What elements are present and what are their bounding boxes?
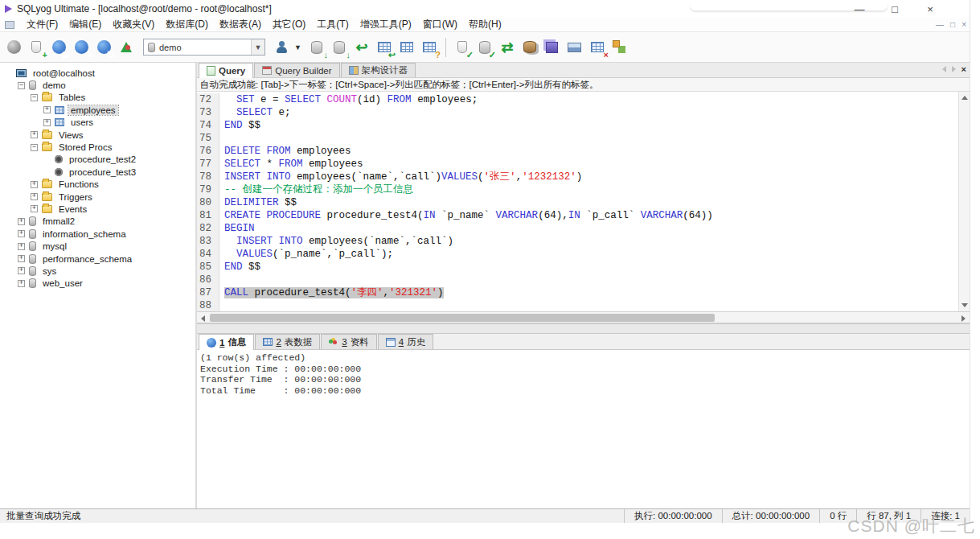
code-line[interactable]: 86: [197, 274, 958, 286]
open-table-data-icon[interactable]: [396, 37, 417, 58]
code-line[interactable]: 81CREATE PROCEDURE procedure_test4(IN `p…: [197, 209, 958, 222]
tree-expander-icon[interactable]: +: [31, 193, 38, 200]
close-button[interactable]: ×: [923, 3, 937, 15]
tree-expander-icon[interactable]: +: [18, 230, 25, 237]
menu-帮助-h[interactable]: 帮助(H): [463, 18, 507, 31]
code-line[interactable]: 82BEGIN: [197, 222, 958, 235]
menu-工具-t[interactable]: 工具(T): [311, 18, 354, 31]
tree-item-tables[interactable]: −Tables: [0, 92, 195, 104]
user-dropdown-icon[interactable]: ▼: [294, 43, 301, 51]
tree-expander-icon[interactable]: +: [31, 205, 38, 212]
tree-item-web-user[interactable]: +web_user: [0, 278, 195, 290]
maximize-button[interactable]: □: [888, 3, 902, 15]
result-tab-历史[interactable]: 4 历史: [378, 334, 433, 349]
execute-query-icon[interactable]: ▶: [48, 37, 69, 58]
tree-expander-icon[interactable]: +: [18, 243, 25, 250]
new-connection-icon[interactable]: +: [26, 37, 47, 58]
code-line[interactable]: 83 INSERT INTO employees(`name`,`call`): [197, 235, 958, 248]
tree-item-events[interactable]: +Events: [0, 203, 195, 215]
tree-item-root-localhost[interactable]: root@localhost: [0, 67, 195, 79]
minimize-button[interactable]: —: [852, 3, 867, 15]
result-tab-信息[interactable]: 1 信息: [199, 334, 254, 350]
menu-增强工具-p[interactable]: 增强工具(P): [355, 18, 417, 31]
tree-expander-icon[interactable]: −: [31, 144, 38, 151]
tree-item-functions[interactable]: +Functions: [0, 179, 195, 191]
user-manager-icon[interactable]: [272, 37, 293, 58]
scroll-right-icon[interactable]: [962, 315, 966, 322]
table-advisor-icon[interactable]: ?: [419, 37, 440, 58]
tree-item-triggers[interactable]: +Triggers: [0, 191, 195, 203]
schema-sync-icon[interactable]: [542, 37, 563, 58]
tab-scroll-left-icon[interactable]: [942, 66, 946, 72]
code-line[interactable]: 75: [197, 132, 958, 145]
tree-item-performance-schema[interactable]: +performance_schema: [0, 253, 195, 265]
menu-编辑-e[interactable]: 编辑(E): [64, 18, 107, 31]
tree-item-procedure-test2[interactable]: procedure_test2: [0, 154, 195, 166]
code-line[interactable]: 76DELETE FROM employees: [197, 145, 958, 158]
refresh-icon[interactable]: ↻: [93, 37, 114, 58]
tree-item-employees[interactable]: +employees: [0, 104, 195, 116]
backup-database-icon[interactable]: ↓: [329, 37, 350, 58]
tab-scroll-right-icon[interactable]: [952, 66, 956, 72]
format-query-icon[interactable]: ✓: [452, 37, 473, 58]
code-line[interactable]: 79-- 创建一个存储过程：添加一个员工信息: [197, 183, 958, 196]
code-line[interactable]: 77SELECT * FROM employees: [197, 158, 958, 171]
tree-item-users[interactable]: +users: [0, 117, 195, 129]
editor-horizontal-scrollbar[interactable]: [197, 312, 970, 323]
connection-manager-icon[interactable]: [3, 37, 24, 58]
combo-dropdown-icon[interactable]: ▼: [251, 39, 264, 55]
tree-expander-icon[interactable]: +: [31, 181, 38, 188]
menu-其它-o[interactable]: 其它(O): [267, 18, 311, 31]
tree-expander-icon[interactable]: +: [43, 119, 51, 126]
tree-item-demo[interactable]: −demo: [0, 79, 195, 91]
tree-expander-icon[interactable]: −: [18, 82, 25, 89]
tree-expander-icon[interactable]: +: [18, 280, 25, 287]
menu-窗口-w[interactable]: 窗口(W): [417, 18, 463, 31]
code-line[interactable]: 78INSERT INTO employees(`name`,`call`)VA…: [197, 171, 958, 183]
data-sync-icon[interactable]: ⇄: [497, 37, 518, 58]
tree-expander-icon[interactable]: +: [18, 218, 25, 225]
tree-expander-icon[interactable]: +: [18, 267, 25, 274]
scroll-down-icon[interactable]: [962, 303, 968, 307]
code-line[interactable]: 73 SELECT e;: [197, 106, 958, 119]
code-line[interactable]: 74END $$: [197, 119, 958, 132]
tab-query-builder[interactable]: Query Builder: [254, 63, 339, 77]
refresh-database-icon[interactable]: ↓: [306, 37, 327, 58]
tab-close-icon[interactable]: ×: [962, 65, 966, 73]
editor-vertical-scrollbar[interactable]: [958, 92, 970, 311]
menu-数据库-d[interactable]: 数据库(D): [160, 18, 214, 31]
visual-data-compare-icon[interactable]: [564, 37, 585, 58]
tree-expander-icon[interactable]: +: [18, 255, 25, 262]
code-line[interactable]: 85END $$: [197, 261, 958, 274]
menu-收藏夹-v[interactable]: 收藏夹(V): [107, 18, 160, 31]
database-check-icon[interactable]: ✓: [474, 37, 495, 58]
tree-item-sys[interactable]: +sys: [0, 265, 195, 277]
result-tab-表数据[interactable]: 2 表数据: [255, 334, 320, 349]
scrollbar-thumb[interactable]: [210, 314, 715, 322]
code-line[interactable]: 72 SET e = SELECT COUNT(id) FROM employe…: [197, 93, 958, 106]
code-line[interactable]: 84 VALUES(`p_name`,`p_call`);: [197, 248, 958, 261]
data-compare-icon[interactable]: [519, 37, 540, 58]
menu-文件-f[interactable]: 文件(F): [21, 18, 64, 31]
tree-item-views[interactable]: +Views: [0, 129, 195, 141]
tab-架构设计器[interactable]: 架构设计器: [341, 63, 416, 77]
code-line[interactable]: 88: [197, 299, 958, 312]
result-tab-资料[interactable]: 3 资料: [321, 334, 376, 349]
mdi-restore-button[interactable]: □: [950, 20, 955, 29]
user-permissions-icon[interactable]: [609, 37, 630, 58]
database-selector[interactable]: demo▼: [143, 39, 265, 56]
tree-item-stored-procs[interactable]: −Stored Procs: [0, 141, 195, 153]
code-line[interactable]: 80DELIMITER $$: [197, 196, 958, 209]
execute-all-queries-icon[interactable]: »: [71, 37, 92, 58]
tree-expander-icon[interactable]: −: [31, 94, 38, 101]
mdi-close-button[interactable]: ×: [962, 20, 966, 29]
menu-数据表-a[interactable]: 数据表(A): [214, 18, 267, 31]
tree-expander-icon[interactable]: +: [31, 131, 38, 138]
pane-splitter[interactable]: [197, 323, 970, 334]
scroll-left-icon[interactable]: [201, 315, 205, 322]
export-resultset-icon[interactable]: ↩: [374, 37, 395, 58]
tree-expander-icon[interactable]: +: [43, 106, 51, 113]
tree-item-information-schema[interactable]: +information_schema: [0, 228, 195, 240]
sql-editor[interactable]: 72 SET e = SELECT COUNT(id) FROM employe…: [197, 92, 970, 312]
import-sql-icon[interactable]: ↩: [351, 37, 372, 58]
